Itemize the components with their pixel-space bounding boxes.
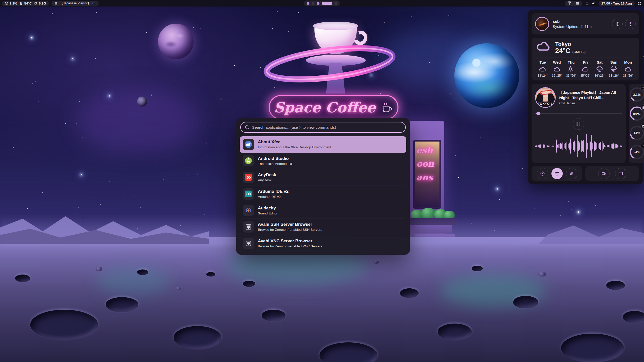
screenshot-button[interactable] xyxy=(615,168,626,179)
waveform-bar xyxy=(553,146,554,147)
waveform-bar xyxy=(616,144,617,148)
waveform-bar xyxy=(576,142,576,150)
clock-pill[interactable]: 17:09 - Tue, 19 Aug xyxy=(598,1,635,6)
search-bar[interactable] xyxy=(240,122,406,133)
wallpaper-moonlet xyxy=(137,97,147,107)
network-port-icon xyxy=(243,221,254,233)
app-item-avahi-ssh[interactable]: Avahi SSH Server Browser Browse for Zero… xyxy=(240,219,406,235)
star xyxy=(220,99,221,100)
star xyxy=(455,155,456,156)
power-button[interactable] xyxy=(625,19,636,29)
star xyxy=(215,122,215,123)
media-player-card: TOKYO L 【Japanese Playlist】 Japan All Ni… xyxy=(532,84,626,163)
play-pause-button[interactable] xyxy=(573,118,584,130)
moon-crater xyxy=(206,272,215,277)
app-description: Sound Editor xyxy=(258,211,277,215)
workspace-dot-5[interactable] xyxy=(335,2,337,5)
star xyxy=(522,168,523,169)
app-description: The official Android IDE xyxy=(258,162,293,166)
volume-icon[interactable] xyxy=(592,1,596,6)
star xyxy=(109,182,110,182)
app-grid-icon[interactable] xyxy=(637,1,641,6)
workspace-dot-2[interactable] xyxy=(312,2,314,5)
xfce-mouse-icon xyxy=(243,139,254,150)
app-item-arduino-ide[interactable]: Arduino IDE v2 Arduino IDE v2 xyxy=(240,186,406,202)
star xyxy=(100,204,101,205)
moon-crater xyxy=(137,269,148,275)
album-art[interactable]: TOKYO L xyxy=(535,87,556,108)
waveform-bar xyxy=(585,142,585,150)
settings-button[interactable] xyxy=(612,19,623,29)
app-item-audacity[interactable]: Audacity Sound Editor xyxy=(240,202,406,219)
workspace-switcher xyxy=(304,1,340,6)
forecast-day: Thu xyxy=(564,60,578,64)
forecast-temps: 33°/26° xyxy=(621,74,635,77)
moon-crater xyxy=(561,334,624,362)
screen-record-button[interactable] xyxy=(598,168,610,179)
forecast-day: Tue xyxy=(536,60,550,64)
neon-coffee-cup-icon xyxy=(380,101,393,114)
scales-icon xyxy=(554,171,560,176)
profile-performance-button[interactable] xyxy=(537,168,548,179)
star xyxy=(83,137,83,138)
workspace-dot-3[interactable] xyxy=(317,2,319,5)
app-item-about-xfce[interactable]: About Xfce Information about the Xfce De… xyxy=(240,136,406,153)
star xyxy=(32,83,33,84)
workspace-dot-4[interactable] xyxy=(322,2,332,5)
waveform-bar xyxy=(621,146,622,147)
wallpaper-neon-sign: Space Coffee xyxy=(269,95,398,120)
notifications-bell-icon[interactable] xyxy=(585,1,589,6)
star xyxy=(194,212,195,213)
wallpaper-tray-icon[interactable] xyxy=(575,1,580,6)
waveform-bar xyxy=(598,144,598,148)
user-card: seb System Uptime: 4h11m xyxy=(532,13,639,34)
app-item-anydesk[interactable]: AnyDesk AnyDesk xyxy=(240,169,406,186)
audio-waveform xyxy=(535,132,622,160)
app-item-avahi-vnc[interactable]: Avahi VNC Server Browser Browse for Zero… xyxy=(240,235,406,252)
workspace-dot-1[interactable] xyxy=(307,2,309,5)
moon-crater xyxy=(472,266,483,271)
moon-crater xyxy=(400,288,419,298)
star xyxy=(42,192,43,193)
pause-icon xyxy=(54,2,58,5)
star xyxy=(96,12,97,13)
star xyxy=(535,208,535,209)
waveform-bar xyxy=(612,144,613,149)
search-input[interactable] xyxy=(252,125,401,130)
top-panel: 3.1% 54°C 6.8G xyxy=(0,0,644,7)
pause-icon xyxy=(577,122,580,126)
speedometer-icon xyxy=(5,2,8,5)
avatar[interactable] xyxy=(535,17,549,31)
waveform-bar xyxy=(592,143,593,149)
waveform-bar xyxy=(539,145,540,148)
seek-thumb[interactable] xyxy=(536,112,540,115)
waveform-bar xyxy=(572,143,572,149)
star xyxy=(183,212,183,212)
seek-bar[interactable] xyxy=(535,112,622,115)
star xyxy=(146,32,147,33)
video-camera-icon xyxy=(601,171,607,176)
star xyxy=(450,93,451,94)
network-tray-icon[interactable] xyxy=(568,1,572,6)
waveform-bar xyxy=(581,140,582,152)
star xyxy=(13,147,14,148)
waveform-bar xyxy=(543,144,544,148)
now-playing-chip[interactable]: 【Japanese Playlist】 J... xyxy=(51,1,98,6)
app-item-android-studio[interactable]: Android Studio The official Android IDE xyxy=(240,153,406,169)
app-name: Avahi VNC Server Browser xyxy=(258,239,323,244)
star xyxy=(81,174,82,175)
profile-powersave-button[interactable] xyxy=(566,168,577,179)
rain-icon xyxy=(592,65,607,73)
storm-icon xyxy=(607,65,621,73)
star xyxy=(174,84,175,84)
system-gauges: 3.1% 54°C 14% 24% xyxy=(629,84,644,163)
system-stats-pill[interactable]: 3.1% 54°C 6.8G xyxy=(2,1,49,6)
profile-balanced-button[interactable] xyxy=(551,168,563,179)
star xyxy=(227,142,228,142)
star xyxy=(578,211,579,213)
waveform-bar xyxy=(551,146,551,147)
power-icon xyxy=(628,21,633,27)
star xyxy=(228,137,228,138)
divider xyxy=(536,58,635,58)
waveform-bar xyxy=(578,141,579,151)
